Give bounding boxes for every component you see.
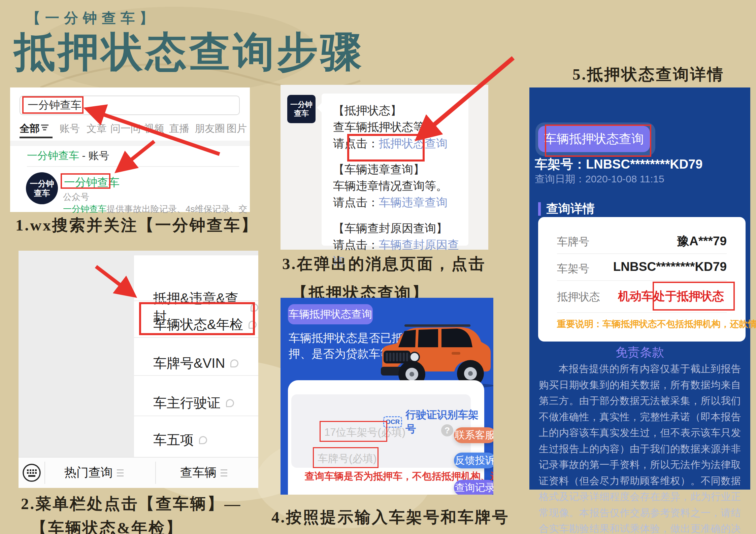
tab-account[interactable]: 账号: [60, 122, 80, 136]
keyboard-icon[interactable]: [22, 463, 41, 483]
account-avatar[interactable]: 一分钟 查车: [26, 172, 58, 204]
menu-item-label: 车五项: [153, 431, 194, 449]
bar-divider: [44, 462, 45, 484]
highlight-box-vin-input: [320, 421, 387, 442]
section-bar-icon: [538, 202, 541, 216]
chat-block-desc: 车辆违章情况查询等。: [333, 178, 468, 194]
violation-query-link[interactable]: 车辆违章查询: [379, 196, 448, 209]
bottom-menu-label: 查车辆: [180, 465, 217, 479]
row-label-plate: 车牌号: [557, 235, 589, 249]
highlight-box-account-name: [61, 173, 110, 189]
row-label-status: 抵押状态: [557, 290, 600, 305]
bottom-menu-label: 热门查询: [64, 465, 113, 479]
highlight-box-plate-input: [313, 447, 379, 468]
report-detail-screenshot: 车辆抵押状态查询 车架号：LNBSC********KD79 查询日期：2020…: [529, 87, 750, 490]
chat-bubble-icon: [230, 359, 238, 367]
chat-bottom-bar: 热门查询 查车辆: [19, 457, 258, 488]
chat-block-violation: 【车辆违章查询】 车辆违章情况查询等。 请点击：车辆违章查询: [333, 161, 468, 211]
tab-live[interactable]: 直播: [169, 122, 189, 136]
disclaimer-title: 免责条款: [529, 344, 750, 361]
filter-icon[interactable]: [41, 124, 50, 131]
card-divider: [557, 280, 727, 281]
section-separator: [10, 141, 250, 146]
card-divider: [557, 312, 727, 313]
menu-divider: [134, 337, 258, 338]
bar-divider: [155, 462, 156, 484]
menu-divider: [134, 375, 258, 376]
highlight-box-status: [653, 282, 735, 311]
chat-bubble-icon: [199, 436, 207, 444]
chat-bubble-icon: [226, 399, 234, 407]
tab-video[interactable]: 视频: [144, 122, 164, 136]
row-label-vin: 车架号: [557, 261, 589, 276]
result-divider: [27, 166, 239, 167]
menu-divider: [134, 416, 258, 416]
miniprogram-query-screenshot: 车辆抵押状态查询 车辆抵押状态是否已抵 押、是否为贷款车等: [281, 298, 493, 495]
chat-link-prefix: 请点击：: [333, 238, 379, 251]
suv-photo: [372, 316, 493, 389]
highlight-box-vehicle-status: [139, 302, 255, 335]
section-title: 查询详情: [546, 201, 595, 217]
avatar-text-line2: 查车: [34, 188, 50, 198]
active-tab-underline: [20, 137, 53, 138]
chat-bubble: 【抵押状态】 查车辆抵押状态等。 请点击：抵押状态查询 【车辆违章查询】 车辆违…: [322, 94, 468, 246]
tab-all[interactable]: 全部: [20, 122, 40, 136]
caption-step2-line2: 【车辆状态&年检】: [31, 518, 183, 534]
wechat-menu-screenshot: 抵押&违章&查封 车辆状态&年检 车牌号&VIN 车主行驶证 车五项: [19, 251, 258, 488]
menu-item-owner-license[interactable]: 车主行驶证: [153, 394, 234, 412]
caption-step2-line1: 2.菜单栏处点击【查车辆】—: [21, 493, 241, 514]
result-header-keyword: 一分钟查车: [27, 150, 79, 162]
menu-item-five-items[interactable]: 车五项: [153, 431, 207, 449]
desc-text-1: 提供事故出险记录、4s维保记录、交强险: [107, 204, 248, 214]
card-divider: [557, 253, 727, 254]
tab-ask[interactable]: 问一问: [110, 122, 141, 136]
menu-item-label: 车主行驶证: [153, 394, 221, 412]
avatar-text-line1: 一分钟: [30, 179, 54, 188]
query-history-button[interactable]: 查询记录: [454, 480, 493, 495]
caption-step4: 4.按照提示输入车架号和车牌号: [271, 507, 509, 528]
report-date-line: 查询日期：2020-10-08 11:15: [535, 172, 664, 186]
desc-keyword-1: 一分钟查车: [63, 204, 107, 214]
row-value-plate: 豫A***79: [677, 233, 727, 250]
bottom-menu-hot-query[interactable]: 热门查询: [64, 464, 124, 481]
highlight-box-report-button: [545, 124, 651, 157]
highlight-box-mortgage-link: [347, 134, 425, 162]
chat-block-title: 【车辆查封原因查询】: [333, 220, 468, 237]
account-type-label: 公众号: [63, 191, 89, 203]
chat-block-desc: 查车辆抵押状态等。: [333, 119, 468, 135]
row-value-vin: LNBSC********KD79: [613, 260, 727, 274]
tab-article[interactable]: 文章: [87, 122, 107, 136]
chat-message-screenshot: 一分钟 查车 【抵押状态】 查车辆抵押状态等。 请点击：抵押状态查询 【车辆违章…: [281, 85, 488, 250]
account-description: 一分钟查车提供事故出险记录、4s维保记录、交强险查询、机动: [63, 203, 248, 215]
menu-item-plate-vin[interactable]: 车牌号&VIN: [153, 354, 238, 372]
chat-block-title: 【车辆违章查询】: [333, 161, 468, 178]
result-header-suffix: - 账号: [79, 150, 109, 162]
report-detail-card: 车牌号 豫A***79 车架号 LNBSC********KD79 抵押状态 机…: [538, 217, 746, 342]
chat-avatar: 一分钟 查车: [287, 95, 316, 123]
mortgage-query-tab-button[interactable]: 车辆抵押状态查询: [288, 304, 373, 324]
popup-menu: 抵押&违章&查封 车辆状态&年检 车牌号&VIN 车主行驶证 车五项: [134, 255, 258, 457]
avatar-text-line2: 查车: [294, 109, 309, 118]
menu-divider: [134, 300, 258, 301]
menu-lines-icon: [117, 469, 124, 476]
wechat-search-screenshot: 一分钟查车 全部 账号 文章 问一问 视频 直播 朋友圈 图片 一分钟查车 - …: [10, 87, 250, 212]
feedback-button[interactable]: 反馈投诉: [454, 453, 493, 468]
avatar-text-line1: 一分钟: [290, 100, 313, 109]
infographic-canvas: 【一分钟查车】 抵押状态查询步骤 5.抵押状态查询详情 一分钟查车 全部 账号 …: [0, 0, 756, 534]
chat-link-prefix: 请点击：: [333, 196, 379, 209]
tab-image[interactable]: 图片: [227, 122, 247, 136]
contact-service-button[interactable]: 联系客服: [454, 427, 493, 443]
result-header: 一分钟查车 - 账号: [27, 149, 109, 163]
bottom-menu-check-vehicle[interactable]: 查车辆: [180, 464, 227, 481]
chat-block-title: 【抵押状态】: [333, 102, 468, 119]
menu-item-label: 车牌号&VIN: [153, 354, 225, 372]
report-section-header: 查询详情: [538, 201, 595, 217]
page-title: 抵押状态查询步骤: [14, 25, 364, 80]
disclaimer-text: 本报告提供的所有内容仅基于截止到报告购买日期收集到的相关数据，所有数据均来自第三…: [539, 361, 741, 534]
help-icon[interactable]: ?: [441, 424, 453, 436]
report-vin-line: 车架号：LNBSC********KD79: [535, 156, 702, 173]
caption-step5: 5.抵押状态查询详情: [572, 64, 724, 85]
highlight-box-search-query: [22, 96, 84, 114]
tab-moments[interactable]: 朋友圈: [195, 122, 225, 136]
caption-step3-line1: 3.在弹出的消息页面，点击: [282, 253, 486, 275]
